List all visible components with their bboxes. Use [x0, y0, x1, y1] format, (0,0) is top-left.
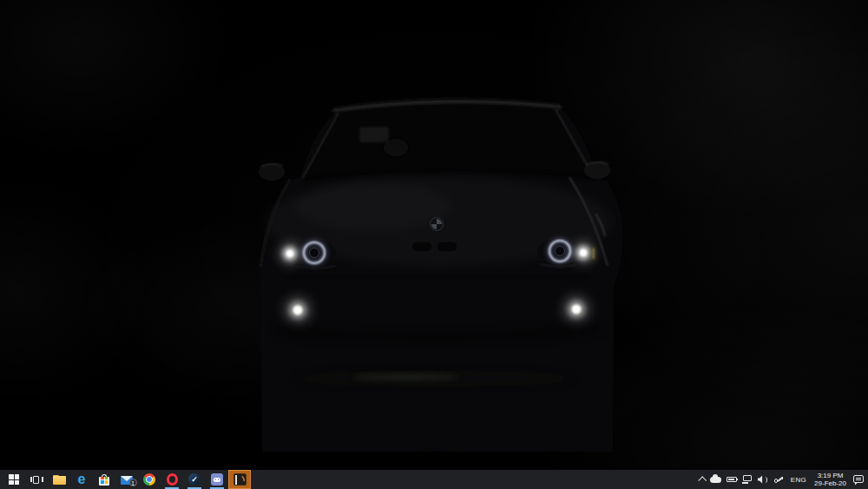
start-button[interactable]: [3, 470, 25, 489]
bmw-roundel: [431, 218, 444, 231]
tray-network[interactable]: [740, 470, 755, 489]
discord-icon: [211, 473, 223, 486]
tray-key-app[interactable]: [771, 470, 787, 489]
folder-icon: [53, 475, 66, 485]
volume-icon: [758, 475, 768, 484]
app-thumbnail-icon: [233, 473, 247, 486]
taskbar-button-edge[interactable]: e: [70, 470, 93, 489]
taskbar-button-store[interactable]: [93, 470, 115, 489]
taskbar-button-attention-app[interactable]: [228, 470, 251, 489]
action-center-button[interactable]: [851, 470, 866, 489]
show-hidden-icons-button[interactable]: [696, 470, 707, 489]
fog-light-right: [562, 294, 591, 324]
car-rearview-mirror: [359, 127, 389, 142]
mail-notification-badge: 1: [129, 479, 137, 486]
car-side-mirror-right: [584, 162, 610, 179]
taskbar-button-file-explorer[interactable]: [48, 470, 70, 489]
chevron-up-icon: [698, 476, 707, 485]
ethernet-icon: [742, 475, 753, 484]
car-windshield: [304, 104, 595, 181]
ground-reflection: [352, 374, 460, 380]
tray-volume[interactable]: [755, 470, 771, 489]
clock-time: 3:19 PM: [818, 472, 844, 479]
car-grille-right: [437, 241, 457, 252]
onedrive-cloud-icon: [710, 477, 721, 483]
tray-onedrive[interactable]: [707, 470, 724, 489]
steam-icon: ✓: [188, 473, 201, 486]
wallpaper: [0, 0, 868, 470]
task-view-button[interactable]: [25, 470, 48, 489]
taskbar: e 1 ✓: [0, 470, 868, 489]
battery-icon: [727, 477, 737, 483]
car-side-mirror-left: [259, 163, 285, 181]
taskbar-button-opera[interactable]: [161, 470, 183, 489]
system-tray: ENG 3:19 PM 29-Feb-20: [696, 470, 868, 489]
fog-light-left: [283, 295, 312, 325]
language-indicator[interactable]: ENG: [787, 470, 810, 489]
key-icon: [773, 474, 785, 485]
clock[interactable]: 3:19 PM 29-Feb-20: [810, 470, 851, 489]
taskbar-button-mail[interactable]: 1: [115, 470, 138, 489]
car-grille-left: [411, 241, 432, 252]
wallpaper-car: [0, 0, 868, 470]
windows-logo-icon: [9, 474, 19, 485]
edge-icon: e: [78, 472, 86, 486]
desktop: e 1 ✓: [0, 0, 868, 489]
headlight-beam-left: [278, 241, 302, 266]
tray-battery[interactable]: [724, 470, 740, 489]
taskbar-button-chrome[interactable]: [138, 470, 161, 489]
chrome-icon: [143, 473, 155, 486]
clock-date: 29-Feb-20: [814, 479, 846, 487]
action-center-icon: [853, 475, 864, 484]
taskbar-left: e 1 ✓: [0, 470, 251, 489]
task-view-icon: [30, 475, 43, 485]
taskbar-button-steam[interactable]: ✓: [183, 470, 206, 489]
store-bag-icon: [99, 474, 109, 486]
taskbar-button-discord[interactable]: [206, 470, 228, 489]
mail-envelope-icon: 1: [121, 475, 134, 485]
opera-icon: [167, 473, 178, 486]
